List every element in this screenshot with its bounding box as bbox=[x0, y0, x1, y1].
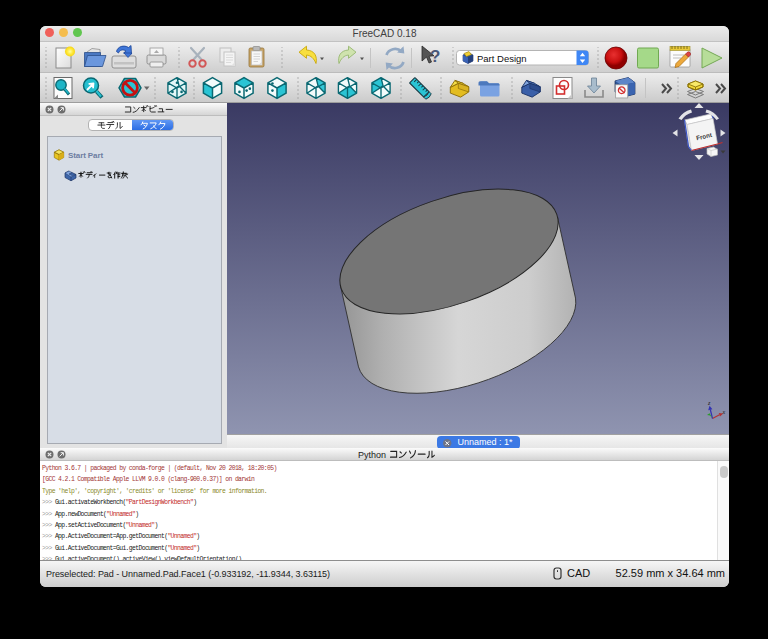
svg-text:z: z bbox=[707, 400, 711, 406]
svg-text:?: ? bbox=[430, 47, 440, 66]
svg-text:x: x bbox=[722, 409, 726, 415]
svg-text:Part Design: Part Design bbox=[477, 53, 527, 64]
